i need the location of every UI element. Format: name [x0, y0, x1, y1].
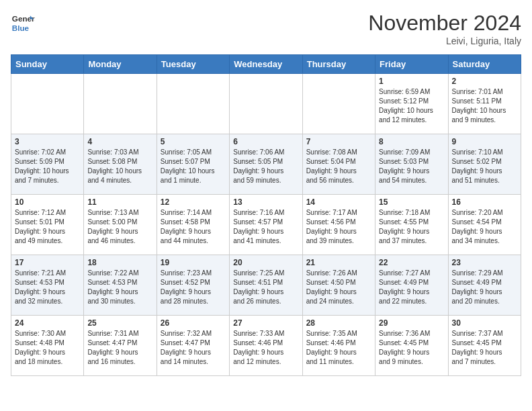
day-number: 30 — [452, 318, 517, 328]
calendar-day-cell: 30Sunrise: 7:37 AM Sunset: 4:45 PM Dayli… — [448, 316, 521, 376]
calendar-day-cell: 15Sunrise: 7:18 AM Sunset: 4:55 PM Dayli… — [375, 195, 448, 255]
calendar-day-cell: 3Sunrise: 7:02 AM Sunset: 5:09 PM Daylig… — [11, 134, 84, 195]
day-info: Sunrise: 7:09 AM Sunset: 5:03 PM Dayligh… — [379, 148, 444, 185]
calendar-week-row: 1Sunrise: 6:59 AM Sunset: 5:12 PM Daylig… — [11, 74, 521, 134]
day-number: 19 — [161, 258, 226, 267]
day-info: Sunrise: 7:14 AM Sunset: 4:58 PM Dayligh… — [161, 208, 226, 246]
day-number: 27 — [233, 318, 298, 328]
day-info: Sunrise: 7:03 AM Sunset: 5:08 PM Dayligh… — [87, 148, 152, 185]
calendar-day-cell: 28Sunrise: 7:35 AM Sunset: 4:46 PM Dayli… — [302, 316, 375, 376]
weekday-header: Saturday — [448, 55, 521, 74]
calendar-day-cell: 22Sunrise: 7:27 AM Sunset: 4:49 PM Dayli… — [375, 255, 448, 316]
calendar-day-cell: 19Sunrise: 7:23 AM Sunset: 4:52 PM Dayli… — [157, 255, 229, 316]
day-number: 2 — [452, 77, 517, 86]
svg-text:Blue: Blue — [12, 24, 30, 32]
logo: General Blue — [11, 11, 35, 35]
calendar-table: SundayMondayTuesdayWednesdayThursdayFrid… — [11, 54, 521, 376]
title-block: November 2024 Leivi, Liguria, Italy — [368, 11, 521, 46]
logo-icon: General Blue — [11, 11, 35, 35]
calendar-day-cell: 9Sunrise: 7:10 AM Sunset: 5:02 PM Daylig… — [448, 134, 521, 195]
day-number: 26 — [161, 318, 226, 328]
calendar-day-cell: 23Sunrise: 7:29 AM Sunset: 4:49 PM Dayli… — [448, 255, 521, 316]
weekday-header: Monday — [84, 55, 157, 74]
calendar-day-cell: 25Sunrise: 7:31 AM Sunset: 4:47 PM Dayli… — [84, 316, 157, 376]
calendar-day-cell: 27Sunrise: 7:33 AM Sunset: 4:46 PM Dayli… — [230, 316, 302, 376]
day-number: 21 — [306, 258, 371, 267]
day-info: Sunrise: 7:05 AM Sunset: 5:07 PM Dayligh… — [161, 148, 226, 185]
calendar-day-cell — [302, 74, 375, 134]
day-number: 4 — [87, 137, 152, 146]
month-title: November 2024 — [368, 11, 521, 36]
day-info: Sunrise: 7:25 AM Sunset: 4:51 PM Dayligh… — [233, 269, 298, 306]
day-info: Sunrise: 7:20 AM Sunset: 4:54 PM Dayligh… — [452, 208, 517, 246]
calendar-day-cell — [84, 74, 157, 134]
calendar-day-cell: 4Sunrise: 7:03 AM Sunset: 5:08 PM Daylig… — [84, 134, 157, 195]
calendar-day-cell: 10Sunrise: 7:12 AM Sunset: 5:01 PM Dayli… — [11, 195, 84, 255]
day-number: 18 — [87, 258, 152, 267]
day-number: 7 — [306, 137, 371, 146]
day-info: Sunrise: 7:33 AM Sunset: 4:46 PM Dayligh… — [233, 329, 298, 367]
calendar-day-cell: 26Sunrise: 7:32 AM Sunset: 4:47 PM Dayli… — [157, 316, 229, 376]
calendar-week-row: 24Sunrise: 7:30 AM Sunset: 4:48 PM Dayli… — [11, 316, 521, 376]
day-number: 20 — [233, 258, 298, 267]
day-info: Sunrise: 7:18 AM Sunset: 4:55 PM Dayligh… — [379, 208, 444, 246]
day-number: 13 — [233, 197, 298, 207]
day-info: Sunrise: 7:16 AM Sunset: 4:57 PM Dayligh… — [233, 208, 298, 246]
day-info: Sunrise: 7:36 AM Sunset: 4:45 PM Dayligh… — [379, 329, 444, 367]
day-info: Sunrise: 7:35 AM Sunset: 4:46 PM Dayligh… — [306, 329, 371, 367]
calendar-day-cell: 11Sunrise: 7:13 AM Sunset: 5:00 PM Dayli… — [84, 195, 157, 255]
day-number: 10 — [15, 197, 80, 207]
calendar-week-row: 3Sunrise: 7:02 AM Sunset: 5:09 PM Daylig… — [11, 134, 521, 195]
day-info: Sunrise: 7:10 AM Sunset: 5:02 PM Dayligh… — [452, 148, 517, 185]
weekday-header: Thursday — [302, 55, 375, 74]
calendar-day-cell: 18Sunrise: 7:22 AM Sunset: 4:53 PM Dayli… — [84, 255, 157, 316]
calendar-day-cell: 20Sunrise: 7:25 AM Sunset: 4:51 PM Dayli… — [230, 255, 302, 316]
calendar-day-cell: 8Sunrise: 7:09 AM Sunset: 5:03 PM Daylig… — [375, 134, 448, 195]
day-info: Sunrise: 7:08 AM Sunset: 5:04 PM Dayligh… — [306, 148, 371, 185]
day-number: 1 — [379, 77, 444, 86]
calendar-day-cell: 13Sunrise: 7:16 AM Sunset: 4:57 PM Dayli… — [230, 195, 302, 255]
day-number: 15 — [379, 197, 444, 207]
day-number: 5 — [161, 137, 226, 146]
calendar-day-cell — [230, 74, 302, 134]
day-number: 11 — [87, 197, 152, 207]
day-number: 16 — [452, 197, 517, 207]
weekday-header: Wednesday — [230, 55, 302, 74]
day-number: 17 — [15, 258, 80, 267]
weekday-header: Sunday — [11, 55, 84, 74]
day-info: Sunrise: 7:12 AM Sunset: 5:01 PM Dayligh… — [15, 208, 80, 246]
day-info: Sunrise: 7:27 AM Sunset: 4:49 PM Dayligh… — [379, 269, 444, 306]
day-number: 6 — [233, 137, 298, 146]
day-number: 24 — [15, 318, 80, 328]
page-header: General Blue November 2024 Leivi, Liguri… — [11, 11, 521, 46]
calendar-day-cell: 14Sunrise: 7:17 AM Sunset: 4:56 PM Dayli… — [302, 195, 375, 255]
calendar-day-cell: 17Sunrise: 7:21 AM Sunset: 4:53 PM Dayli… — [11, 255, 84, 316]
day-info: Sunrise: 7:22 AM Sunset: 4:53 PM Dayligh… — [87, 269, 152, 306]
calendar-day-cell — [11, 74, 84, 134]
day-info: Sunrise: 7:06 AM Sunset: 5:05 PM Dayligh… — [233, 148, 298, 185]
day-number: 29 — [379, 318, 444, 328]
calendar-day-cell: 5Sunrise: 7:05 AM Sunset: 5:07 PM Daylig… — [157, 134, 229, 195]
calendar-day-cell: 24Sunrise: 7:30 AM Sunset: 4:48 PM Dayli… — [11, 316, 84, 376]
day-number: 3 — [15, 137, 80, 146]
calendar-day-cell: 29Sunrise: 7:36 AM Sunset: 4:45 PM Dayli… — [375, 316, 448, 376]
day-info: Sunrise: 7:26 AM Sunset: 4:50 PM Dayligh… — [306, 269, 371, 306]
weekday-header: Friday — [375, 55, 448, 74]
day-info: Sunrise: 7:29 AM Sunset: 4:49 PM Dayligh… — [452, 269, 517, 306]
calendar-day-cell: 12Sunrise: 7:14 AM Sunset: 4:58 PM Dayli… — [157, 195, 229, 255]
day-number: 9 — [452, 137, 517, 146]
day-number: 25 — [87, 318, 152, 328]
day-info: Sunrise: 7:01 AM Sunset: 5:11 PM Dayligh… — [452, 87, 517, 125]
day-info: Sunrise: 7:21 AM Sunset: 4:53 PM Dayligh… — [15, 269, 80, 306]
calendar-day-cell: 2Sunrise: 7:01 AM Sunset: 5:11 PM Daylig… — [448, 74, 521, 134]
calendar-day-cell: 21Sunrise: 7:26 AM Sunset: 4:50 PM Dayli… — [302, 255, 375, 316]
day-number: 8 — [379, 137, 444, 146]
calendar-day-cell — [157, 74, 229, 134]
calendar-day-cell: 1Sunrise: 6:59 AM Sunset: 5:12 PM Daylig… — [375, 74, 448, 134]
day-number: 23 — [452, 258, 517, 267]
calendar-day-cell: 16Sunrise: 7:20 AM Sunset: 4:54 PM Dayli… — [448, 195, 521, 255]
weekday-header-row: SundayMondayTuesdayWednesdayThursdayFrid… — [11, 55, 521, 74]
location: Leivi, Liguria, Italy — [368, 36, 521, 46]
day-info: Sunrise: 7:13 AM Sunset: 5:00 PM Dayligh… — [87, 208, 152, 246]
day-info: Sunrise: 7:30 AM Sunset: 4:48 PM Dayligh… — [15, 329, 80, 367]
